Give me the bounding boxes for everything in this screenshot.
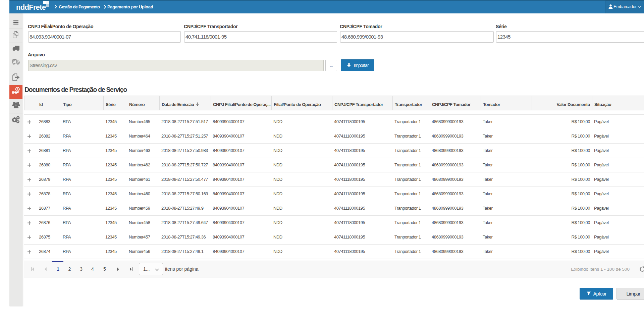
svg-text:$: $ [17,87,19,91]
